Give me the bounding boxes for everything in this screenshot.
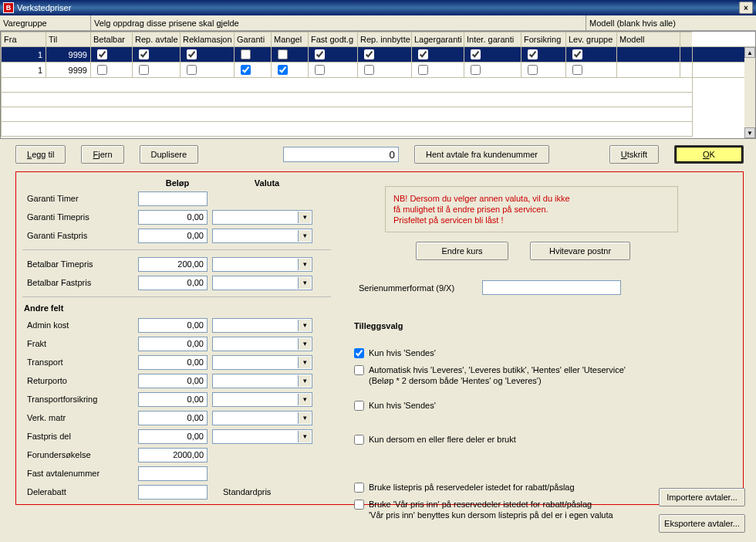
- amount-input[interactable]: [138, 210, 208, 225]
- grid-header[interactable]: Forsikring: [521, 32, 566, 47]
- grid-checkbox[interactable]: [187, 65, 197, 75]
- fjern-button[interactable]: Fjern: [81, 145, 123, 164]
- amount-input[interactable]: [138, 276, 208, 290]
- amount-input[interactable]: [138, 448, 208, 462]
- field-row: Forundersøkelse: [22, 445, 331, 464]
- grid-checkbox[interactable]: [528, 49, 538, 59]
- field-row: Fastpris del: [22, 427, 331, 445]
- grid-checkbox[interactable]: [315, 49, 325, 59]
- grid-header[interactable]: Garanti: [235, 32, 272, 47]
- grid-checkbox[interactable]: [139, 65, 149, 75]
- table-row[interactable]: [2, 107, 755, 122]
- grid-header[interactable]: Betalbar: [91, 32, 133, 47]
- amount-input[interactable]: [138, 392, 208, 407]
- grid-checkbox[interactable]: [241, 65, 251, 75]
- grid-checkbox[interactable]: [364, 49, 374, 59]
- utskrift-button[interactable]: Utskrift: [609, 145, 659, 164]
- grid-checkbox[interactable]: [315, 65, 325, 75]
- valuta-select[interactable]: [212, 257, 312, 272]
- grid-header[interactable]: Reklamasjon: [181, 32, 235, 47]
- table-row[interactable]: [2, 93, 755, 107]
- check-kun-sendes-1[interactable]: [354, 348, 364, 358]
- amount-input[interactable]: [138, 429, 208, 444]
- valuta-select[interactable]: [212, 411, 312, 425]
- grid-header[interactable]: Fast godt.g: [309, 32, 358, 47]
- grid-checkbox[interactable]: [572, 49, 582, 59]
- grid-checkbox[interactable]: [139, 49, 149, 59]
- importere-avtaler-button[interactable]: Importere avtaler...: [659, 488, 745, 506]
- grid-checkbox[interactable]: [97, 65, 107, 75]
- grid-header[interactable]: Modell: [617, 32, 680, 47]
- legg-til-button[interactable]: Legg til: [15, 145, 66, 164]
- grid-header[interactable]: Lagergaranti: [412, 32, 464, 47]
- scroll-down-icon[interactable]: ▼: [744, 127, 755, 138]
- valuta-select[interactable]: [212, 374, 312, 388]
- grid-checkbox[interactable]: [471, 49, 481, 59]
- hent-avtale-button[interactable]: Hent avtale fra kundenummer: [414, 145, 549, 164]
- grid-checkbox[interactable]: [364, 65, 374, 75]
- valuta-select[interactable]: [212, 276, 312, 290]
- grid-header[interactable]: Til: [46, 32, 91, 47]
- table-row[interactable]: 19999: [2, 47, 755, 63]
- ok-button[interactable]: OK: [674, 145, 744, 164]
- eksportere-avtaler-button[interactable]: Eksportere avtaler...: [659, 514, 745, 533]
- grid-checkbox[interactable]: [278, 65, 288, 75]
- table-row[interactable]: 19999: [2, 63, 755, 78]
- grid-checkbox[interactable]: [278, 49, 288, 59]
- kundenummer-input[interactable]: [283, 147, 399, 162]
- grid-header[interactable]: Lev. gruppe: [566, 32, 617, 47]
- amount-input[interactable]: [138, 191, 208, 206]
- valuta-select[interactable]: [212, 355, 312, 370]
- label-modell: Modell (blank hvis alle): [586, 15, 756, 30]
- grid-checkbox[interactable]: [572, 65, 582, 75]
- grid-header[interactable]: Fra: [2, 32, 46, 47]
- grid-checkbox[interactable]: [471, 65, 481, 75]
- check-kun-sendes-2[interactable]: [354, 401, 364, 411]
- grid-header[interactable]: Mangel: [272, 32, 309, 47]
- app-icon: B: [3, 2, 14, 13]
- duplisere-button[interactable]: Duplisere: [140, 145, 198, 164]
- grid-checkbox[interactable]: [418, 65, 428, 75]
- valuta-select[interactable]: [212, 392, 312, 407]
- grid-header[interactable]: Rep. innbytte: [358, 32, 412, 47]
- amount-input[interactable]: [138, 485, 208, 500]
- check-automatisk[interactable]: [354, 365, 364, 375]
- valuta-warning: NB! Dersom du velger annen valuta, vil d…: [385, 186, 678, 232]
- serienummer-input[interactable]: [482, 280, 621, 295]
- amount-input[interactable]: [138, 374, 208, 388]
- field-label: Forundersøkelse: [22, 450, 138, 459]
- amount-input[interactable]: [138, 337, 208, 351]
- table-row[interactable]: [2, 122, 755, 137]
- grid-checkbox[interactable]: [97, 49, 107, 59]
- grid-checkbox[interactable]: [241, 49, 251, 59]
- grid-header[interactable]: Inter. garanti: [464, 32, 521, 47]
- valuta-select[interactable]: [212, 318, 312, 333]
- amount-input[interactable]: [138, 257, 208, 272]
- close-button[interactable]: ×: [739, 2, 753, 14]
- col-valuta: Valuta: [217, 178, 317, 188]
- valuta-select[interactable]: [212, 210, 312, 225]
- grid-scrollbar[interactable]: ▲ ▼: [744, 47, 755, 138]
- amount-input[interactable]: [138, 355, 208, 370]
- amount-input[interactable]: [138, 318, 208, 333]
- scroll-up-icon[interactable]: ▲: [744, 47, 755, 58]
- check-listepris[interactable]: [354, 483, 364, 493]
- amount-input[interactable]: [138, 411, 208, 425]
- valuta-select[interactable]: [212, 429, 312, 444]
- check-vaar-pris[interactable]: [354, 500, 364, 510]
- table-row[interactable]: [2, 78, 755, 93]
- check-kun-deler[interactable]: [354, 435, 364, 445]
- amount-input[interactable]: [138, 466, 208, 481]
- grid-header[interactable]: Rep. avtale: [133, 32, 181, 47]
- price-grid[interactable]: FraTilBetalbarRep. avtaleReklamasjonGara…: [0, 31, 756, 139]
- grid-checkbox[interactable]: [418, 49, 428, 59]
- hvitevare-button[interactable]: Hvitevare postnr: [530, 242, 630, 260]
- valuta-select[interactable]: [212, 337, 312, 351]
- valuta-select[interactable]: [212, 229, 312, 243]
- endre-kurs-button[interactable]: Endre kurs: [416, 242, 508, 260]
- amount-input[interactable]: [138, 229, 208, 243]
- grid-checkbox[interactable]: [187, 49, 197, 59]
- grid-checkbox[interactable]: [528, 65, 538, 75]
- field-label: Fast avtalenummer: [22, 469, 138, 478]
- field-row: Returporto: [22, 371, 331, 390]
